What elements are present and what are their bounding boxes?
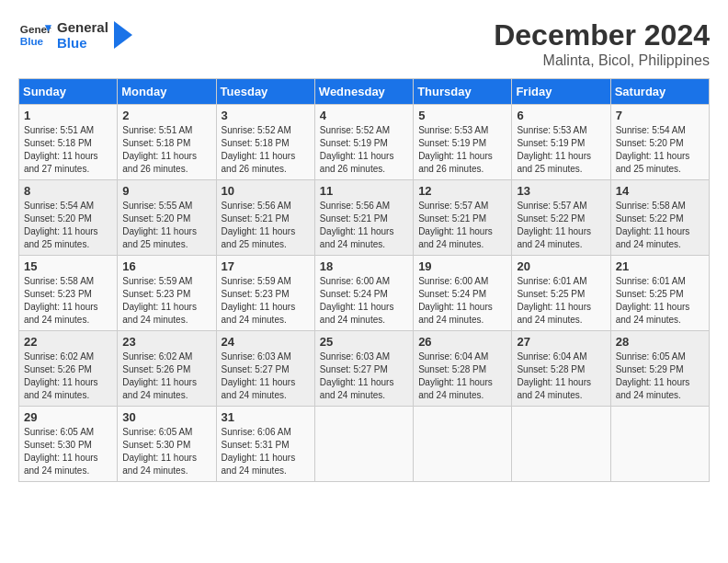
day-number: 28 <box>616 335 704 349</box>
day-info: Sunrise: 5:51 AM Sunset: 5:18 PM Dayligh… <box>24 125 98 174</box>
location-subtitle: Malinta, Bicol, Philippines <box>494 52 710 69</box>
col-header-sunday: Sunday <box>19 79 118 105</box>
svg-text:General: General <box>20 23 51 35</box>
calendar-cell: 1 Sunrise: 5:51 AM Sunset: 5:18 PM Dayli… <box>19 105 118 180</box>
calendar-cell: 3 Sunrise: 5:52 AM Sunset: 5:18 PM Dayli… <box>216 105 314 180</box>
day-number: 29 <box>24 410 112 424</box>
day-info: Sunrise: 6:05 AM Sunset: 5:30 PM Dayligh… <box>122 427 197 476</box>
day-info: Sunrise: 6:03 AM Sunset: 5:27 PM Dayligh… <box>222 351 296 400</box>
calendar-cell: 24 Sunrise: 6:03 AM Sunset: 5:27 PM Dayl… <box>216 331 314 407</box>
header: General Blue General Blue December 2024 … <box>18 18 710 69</box>
day-info: Sunrise: 6:01 AM Sunset: 5:25 PM Dayligh… <box>616 276 690 325</box>
day-number: 23 <box>122 335 210 349</box>
day-number: 2 <box>122 109 210 122</box>
day-number: 22 <box>24 335 112 349</box>
calendar-cell: 26 Sunrise: 6:04 AM Sunset: 5:28 PM Dayl… <box>414 331 512 407</box>
calendar-cell: 31 Sunrise: 6:06 AM Sunset: 5:31 PM Dayl… <box>216 407 314 482</box>
day-info: Sunrise: 6:05 AM Sunset: 5:29 PM Dayligh… <box>616 351 690 400</box>
day-number: 17 <box>222 259 310 273</box>
calendar-cell: 25 Sunrise: 6:03 AM Sunset: 5:27 PM Dayl… <box>314 331 413 407</box>
col-header-friday: Friday <box>512 79 610 105</box>
title-block: December 2024 Malinta, Bicol, Philippine… <box>494 18 710 69</box>
day-info: Sunrise: 5:56 AM Sunset: 5:21 PM Dayligh… <box>222 201 296 249</box>
day-number: 26 <box>418 335 506 349</box>
calendar-cell: 21 Sunrise: 6:01 AM Sunset: 5:25 PM Dayl… <box>610 256 709 331</box>
day-number: 31 <box>222 410 310 424</box>
calendar-cell <box>414 407 512 482</box>
calendar-cell <box>610 407 709 482</box>
calendar-cell: 29 Sunrise: 6:05 AM Sunset: 5:30 PM Dayl… <box>19 407 118 482</box>
day-info: Sunrise: 5:54 AM Sunset: 5:20 PM Dayligh… <box>616 125 690 174</box>
calendar-cell: 20 Sunrise: 6:01 AM Sunset: 5:25 PM Dayl… <box>512 256 610 331</box>
day-info: Sunrise: 5:53 AM Sunset: 5:19 PM Dayligh… <box>418 125 493 174</box>
day-info: Sunrise: 6:03 AM Sunset: 5:27 PM Dayligh… <box>320 351 394 400</box>
day-number: 5 <box>418 109 506 122</box>
calendar-cell: 22 Sunrise: 6:02 AM Sunset: 5:26 PM Dayl… <box>19 331 118 407</box>
calendar-table: SundayMondayTuesdayWednesdayThursdayFrid… <box>18 78 710 482</box>
day-info: Sunrise: 5:54 AM Sunset: 5:20 PM Dayligh… <box>24 201 98 249</box>
day-number: 10 <box>222 184 310 198</box>
calendar-cell: 17 Sunrise: 5:59 AM Sunset: 5:23 PM Dayl… <box>216 256 314 331</box>
col-header-thursday: Thursday <box>414 79 512 105</box>
day-number: 16 <box>122 259 210 273</box>
calendar-cell: 15 Sunrise: 5:58 AM Sunset: 5:23 PM Dayl… <box>19 256 118 331</box>
col-header-tuesday: Tuesday <box>216 79 314 105</box>
day-number: 18 <box>320 259 408 273</box>
calendar-cell: 19 Sunrise: 6:00 AM Sunset: 5:24 PM Dayl… <box>414 256 512 331</box>
day-info: Sunrise: 6:04 AM Sunset: 5:28 PM Dayligh… <box>418 351 493 400</box>
day-number: 4 <box>320 109 408 122</box>
col-header-wednesday: Wednesday <box>314 79 413 105</box>
day-number: 21 <box>616 259 704 273</box>
calendar-cell: 7 Sunrise: 5:54 AM Sunset: 5:20 PM Dayli… <box>610 105 709 180</box>
calendar-cell: 12 Sunrise: 5:57 AM Sunset: 5:21 PM Dayl… <box>414 180 512 256</box>
day-number: 3 <box>222 109 310 122</box>
day-info: Sunrise: 5:59 AM Sunset: 5:23 PM Dayligh… <box>122 276 197 325</box>
logo-arrow-icon <box>114 21 132 49</box>
day-info: Sunrise: 5:52 AM Sunset: 5:18 PM Dayligh… <box>222 125 296 174</box>
calendar-cell: 8 Sunrise: 5:54 AM Sunset: 5:20 PM Dayli… <box>19 180 118 256</box>
calendar-cell: 27 Sunrise: 6:04 AM Sunset: 5:28 PM Dayl… <box>512 331 610 407</box>
day-number: 8 <box>24 184 112 198</box>
day-info: Sunrise: 6:04 AM Sunset: 5:28 PM Dayligh… <box>517 351 591 400</box>
calendar-cell: 6 Sunrise: 5:53 AM Sunset: 5:19 PM Dayli… <box>512 105 610 180</box>
day-number: 14 <box>616 184 704 198</box>
day-info: Sunrise: 5:52 AM Sunset: 5:19 PM Dayligh… <box>320 125 394 174</box>
svg-text:Blue: Blue <box>20 35 44 47</box>
calendar-cell: 4 Sunrise: 5:52 AM Sunset: 5:19 PM Dayli… <box>314 105 413 180</box>
day-info: Sunrise: 6:00 AM Sunset: 5:24 PM Dayligh… <box>320 276 394 325</box>
calendar-cell: 9 Sunrise: 5:55 AM Sunset: 5:20 PM Dayli… <box>118 180 216 256</box>
day-info: Sunrise: 6:06 AM Sunset: 5:31 PM Dayligh… <box>222 427 296 476</box>
day-info: Sunrise: 5:57 AM Sunset: 5:22 PM Dayligh… <box>517 201 591 249</box>
day-number: 9 <box>122 184 210 198</box>
day-info: Sunrise: 5:55 AM Sunset: 5:20 PM Dayligh… <box>122 201 197 249</box>
month-title: December 2024 <box>494 18 710 52</box>
day-info: Sunrise: 6:02 AM Sunset: 5:26 PM Dayligh… <box>122 351 197 400</box>
day-info: Sunrise: 5:53 AM Sunset: 5:19 PM Dayligh… <box>517 125 591 174</box>
day-number: 20 <box>517 259 605 273</box>
calendar-cell: 18 Sunrise: 6:00 AM Sunset: 5:24 PM Dayl… <box>314 256 413 331</box>
calendar-cell: 14 Sunrise: 5:58 AM Sunset: 5:22 PM Dayl… <box>610 180 709 256</box>
calendar-cell: 16 Sunrise: 5:59 AM Sunset: 5:23 PM Dayl… <box>118 256 216 331</box>
calendar-cell: 13 Sunrise: 5:57 AM Sunset: 5:22 PM Dayl… <box>512 180 610 256</box>
day-number: 30 <box>122 410 210 424</box>
day-info: Sunrise: 6:05 AM Sunset: 5:30 PM Dayligh… <box>24 427 98 476</box>
day-number: 25 <box>320 335 408 349</box>
day-info: Sunrise: 6:02 AM Sunset: 5:26 PM Dayligh… <box>24 351 98 400</box>
calendar-cell: 28 Sunrise: 6:05 AM Sunset: 5:29 PM Dayl… <box>610 331 709 407</box>
logo: General Blue General Blue <box>18 18 132 52</box>
day-info: Sunrise: 6:00 AM Sunset: 5:24 PM Dayligh… <box>418 276 493 325</box>
logo-blue: Blue <box>57 35 108 51</box>
col-header-monday: Monday <box>118 79 216 105</box>
day-number: 1 <box>24 109 112 122</box>
day-number: 24 <box>222 335 310 349</box>
calendar-cell: 5 Sunrise: 5:53 AM Sunset: 5:19 PM Dayli… <box>414 105 512 180</box>
svg-marker-3 <box>114 21 132 49</box>
calendar-cell: 30 Sunrise: 6:05 AM Sunset: 5:30 PM Dayl… <box>118 407 216 482</box>
col-header-saturday: Saturday <box>610 79 709 105</box>
day-info: Sunrise: 5:56 AM Sunset: 5:21 PM Dayligh… <box>320 201 394 249</box>
day-number: 13 <box>517 184 605 198</box>
calendar-cell <box>314 407 413 482</box>
day-number: 27 <box>517 335 605 349</box>
calendar-cell: 2 Sunrise: 5:51 AM Sunset: 5:18 PM Dayli… <box>118 105 216 180</box>
day-info: Sunrise: 5:58 AM Sunset: 5:23 PM Dayligh… <box>24 276 98 325</box>
